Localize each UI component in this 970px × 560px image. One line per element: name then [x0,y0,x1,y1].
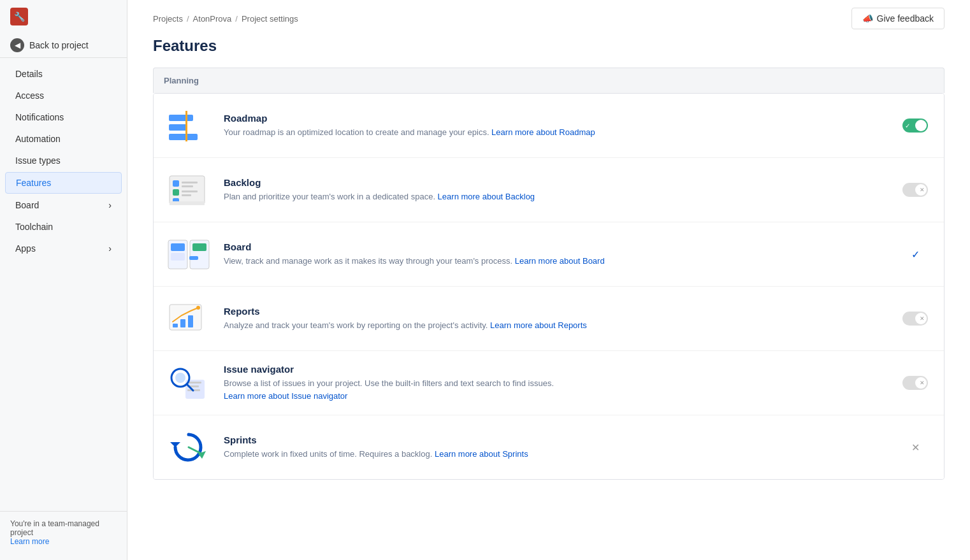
back-to-project-button[interactable]: ◀ Back to project [0,33,127,58]
roadmap-toggle-on[interactable] [902,118,928,133]
svg-point-30 [175,373,185,383]
svg-marker-31 [170,442,180,447]
sidebar-item-access[interactable]: Access [5,85,122,106]
automation-label: Automation [15,134,61,144]
svg-rect-11 [182,194,191,196]
issue-navigator-icon [166,364,211,402]
apps-label: Apps [15,243,36,254]
sprints-toggle[interactable]: ✕ [899,440,931,454]
feature-issue-navigator: Issue navigator Browse a list of issues … [154,351,944,415]
svg-rect-8 [182,182,198,183]
roadmap-toggle[interactable] [899,118,931,133]
sidebar-item-notifications[interactable]: Notifications [5,107,122,127]
planning-section: Planning Roadmap Your roadmap is an opti… [153,68,945,480]
roadmap-name: Roadmap [224,113,887,124]
notifications-label: Notifications [15,112,64,122]
feature-roadmap: Roadmap Your roadmap is an optimized loc… [154,94,944,158]
reports-learn-more-link[interactable]: Learn more about Reports [490,320,587,330]
board-feature-icon [166,235,211,273]
top-bar: Projects / AtonProva / Project settings … [153,0,945,37]
board-checkmark-icon: ✓ [908,247,922,261]
roadmap-icon [166,106,211,145]
issue-navigator-toggle-off[interactable] [902,376,928,390]
sidebar-item-board[interactable]: Board › [5,195,122,215]
toolchain-label: Toolchain [15,222,53,232]
breadcrumb-atonprova[interactable]: AtonProva [193,14,232,24]
board-illustration [166,237,211,272]
give-feedback-button[interactable]: 📣 Give feedback [851,8,945,29]
svg-rect-25 [187,382,201,384]
feature-board: Board View, track and manage work as it … [154,222,944,287]
footer-learn-more-link[interactable]: Learn more [10,537,49,546]
main-content: Projects / AtonProva / Project settings … [127,0,970,560]
issue-navigator-info: Issue navigator Browse a list of issues … [224,364,887,402]
give-feedback-label: Give feedback [877,13,934,24]
svg-rect-9 [182,185,193,187]
svg-rect-5 [173,180,179,187]
roadmap-learn-more-link[interactable]: Learn more about Roadmap [491,127,595,137]
reports-toggle-off[interactable] [902,312,928,326]
svg-rect-1 [169,124,187,131]
page-title: Features [153,37,945,55]
footer-text: You're in a team-managed project [10,519,117,537]
access-label: Access [15,90,44,101]
sprints-illustration [166,428,211,466]
backlog-name: Backlog [224,177,887,188]
reports-info: Reports Analyze and track your team's wo… [224,306,887,332]
apps-arrow-icon: › [108,243,112,254]
reports-illustration [166,301,211,336]
svg-rect-6 [173,189,179,196]
feature-backlog: Backlog Plan and prioritize your team's … [154,158,944,222]
issue-navigator-name: Issue navigator [224,364,887,375]
svg-rect-17 [192,243,206,251]
board-toggle[interactable]: ✓ [899,247,931,261]
svg-rect-3 [185,111,187,141]
megaphone-icon: 📣 [862,13,873,24]
svg-rect-15 [171,253,185,261]
roadmap-illustration [166,108,211,143]
backlog-learn-more-link[interactable]: Learn more about Backlog [438,192,535,201]
sidebar-logo: 🔧 [0,0,127,33]
sprints-name: Sprints [224,434,887,445]
features-list: Roadmap Your roadmap is an optimized loc… [153,93,945,480]
svg-rect-22 [188,315,193,327]
issue-navigator-illustration [166,364,211,402]
backlog-illustration [166,173,211,208]
sidebar-nav: Details Access Notifications Automation … [0,63,127,511]
sidebar-item-details[interactable]: Details [5,64,122,84]
svg-rect-10 [182,190,198,192]
reports-name: Reports [224,306,887,317]
sidebar-item-features[interactable]: Features [5,172,122,194]
planning-label: Planning [153,68,945,93]
svg-rect-18 [189,256,198,260]
reports-toggle[interactable] [899,312,931,326]
svg-rect-0 [169,115,193,121]
breadcrumb-sep-2: / [235,14,238,24]
sprints-x-icon[interactable]: ✕ [908,440,922,454]
board-learn-more-link[interactable]: Learn more about Board [515,256,605,266]
breadcrumb-projects[interactable]: Projects [153,14,183,24]
reports-icon [166,299,211,338]
board-arrow-icon: › [108,200,112,210]
backlog-info: Backlog Plan and prioritize your team's … [224,177,887,203]
sidebar-item-toolchain[interactable]: Toolchain [5,217,122,237]
toggle-knob [915,377,927,389]
app-logo-icon: 🔧 [10,8,28,25]
sprints-learn-more-link[interactable]: Learn more about Sprints [435,449,528,459]
backlog-toggle-off[interactable] [902,183,928,197]
board-feature-info: Board View, track and manage work as it … [224,241,887,268]
sidebar-item-issue-types[interactable]: Issue types [5,150,122,171]
reports-desc: Analyze and track your team's work by re… [224,319,887,332]
sidebar-item-automation[interactable]: Automation [5,129,122,149]
back-label: Back to project [29,40,89,50]
sprints-info: Sprints Complete work in fixed units of … [224,434,887,461]
details-label: Details [15,69,43,79]
breadcrumb: Projects / AtonProva / Project settings [153,14,298,24]
back-arrow-icon: ◀ [10,38,24,52]
issue-navigator-learn-more-link[interactable]: Learn more about Issue navigator [224,391,347,401]
sidebar-item-apps[interactable]: Apps › [5,238,122,259]
backlog-toggle[interactable] [899,183,931,197]
issue-navigator-toggle[interactable] [899,376,931,390]
toggle-knob [915,184,927,196]
svg-rect-2 [169,134,198,140]
